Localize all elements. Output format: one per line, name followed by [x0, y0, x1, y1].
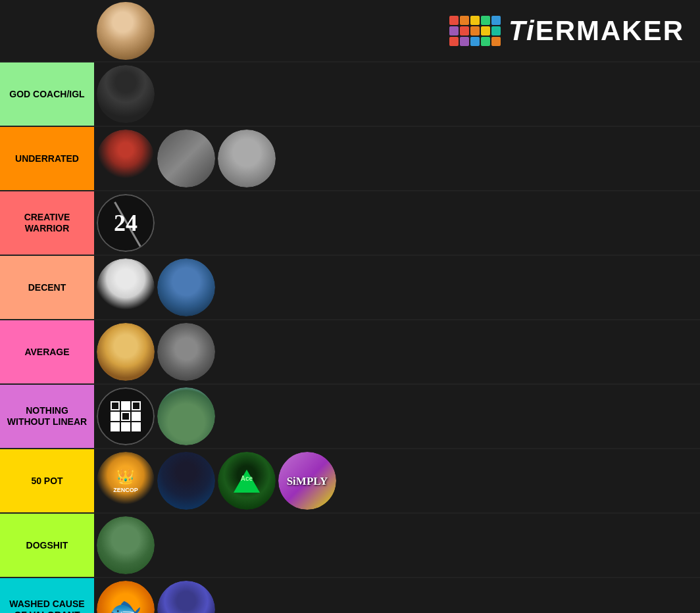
- tier-label-washed-valorant: WASHED CAUSE OF VALORANT: [0, 578, 94, 613]
- avatar-simply: SiMPLY: [278, 452, 336, 510]
- tier-row-nothing-without-linear: NOTHING WITHOUT LINEAR: [0, 385, 700, 449]
- avatar-player-fortnite: [157, 258, 215, 316]
- avatar-logo-grid: [97, 387, 155, 445]
- avatar-header-main: [97, 2, 155, 60]
- tier-row-decent: DECENT: [0, 256, 700, 320]
- tier-row-creative-warrior: CREATIVE WARRIOR24: [0, 191, 700, 256]
- tier-row-50-pot: 50 POT👑ZENCOPAceSiMPLY: [0, 449, 700, 514]
- tier-content-underrated: [94, 127, 700, 190]
- tier-content-creative-warrior: 24: [94, 191, 700, 255]
- avatar-zencop: 👑ZENCOP: [97, 452, 155, 510]
- tiermaker-logo: TiERMAKER: [449, 15, 684, 47]
- header-content: TiERMAKER: [94, 0, 700, 61]
- tier-label-nothing-without-linear: NOTHING WITHOUT LINEAR: [0, 385, 94, 448]
- tier-row-dogshit: DOGSHIT: [0, 514, 700, 578]
- avatar-ace: Ace: [218, 452, 276, 510]
- avatar-robot: [218, 130, 276, 187]
- tier-label-creative-warrior: CREATIVE WARRIOR: [0, 191, 94, 255]
- avatar-player1: [157, 130, 215, 187]
- tier-content-average: [94, 320, 700, 383]
- tier-content-50-pot: 👑ZENCOPAceSiMPLY: [94, 449, 700, 512]
- tier-row-god-coach: GOD COACH/IGL: [0, 62, 700, 127]
- avatar-dark-anime: [157, 452, 215, 510]
- tier-container: GOD COACH/IGLUNDERRATEDCREATIVE WARRIOR2…: [0, 62, 700, 613]
- avatar-girl-red: [97, 130, 155, 187]
- tier-content-nothing-without-linear: [94, 385, 700, 448]
- header-row: TiERMAKER: [0, 0, 700, 62]
- tier-content-decent: [94, 256, 700, 319]
- tier-label-dogshit: DOGSHIT: [0, 514, 94, 577]
- tier-row-washed-valorant: WASHED CAUSE OF VALORANT🐟: [0, 578, 700, 613]
- logo-grid-dots: [449, 16, 501, 46]
- avatar-squad: [97, 65, 155, 123]
- avatar-mech: [157, 323, 215, 381]
- tier-label-average: AVERAGE: [0, 320, 94, 383]
- header-tier-label: [0, 0, 94, 61]
- avatar-white-hair: [97, 258, 155, 316]
- avatar-guy-sitting: [97, 516, 155, 574]
- tier-row-underrated: UNDERRATED: [0, 127, 700, 191]
- tier-content-washed-valorant: 🐟: [94, 578, 700, 613]
- avatar-beach: [157, 387, 215, 445]
- tier-label-underrated: UNDERRATED: [0, 127, 94, 190]
- avatar-valorant-girl: [157, 581, 215, 613]
- tier-label-god-coach: GOD COACH/IGL: [0, 62, 94, 126]
- avatar-24: 24: [97, 194, 155, 252]
- tiermaker-wordmark: TiERMAKER: [509, 15, 684, 47]
- avatar-fish: 🐟: [97, 581, 155, 613]
- tier-label-decent: DECENT: [0, 256, 94, 319]
- tier-content-dogshit: [94, 514, 700, 577]
- avatar-cartoon: [97, 323, 155, 381]
- tier-content-god-coach: [94, 62, 700, 126]
- tier-label-50-pot: 50 POT: [0, 449, 94, 512]
- tier-row-average: AVERAGE: [0, 320, 700, 385]
